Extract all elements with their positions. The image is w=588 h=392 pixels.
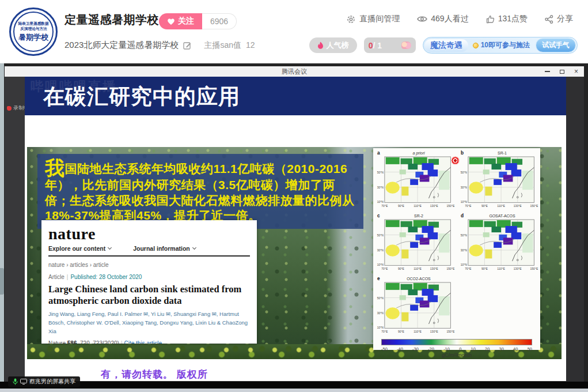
thumbs-up-icon bbox=[486, 15, 495, 24]
svg-text:SR-1: SR-1 bbox=[498, 151, 507, 155]
room-manage-button[interactable]: 直播间管理 bbox=[346, 14, 400, 24]
header-stats: 直播间管理 469人看过 131点赞 分享 bbox=[346, 14, 573, 24]
nature-article-meta: Article|Published: 28 October 2020 bbox=[48, 274, 250, 280]
svg-text:150°E: 150°E bbox=[446, 204, 455, 208]
try-luck-button[interactable]: 试试手气 bbox=[536, 38, 576, 52]
meeting-titlebar: 腾讯会议 × bbox=[5, 66, 584, 77]
svg-text:70°E: 70°E bbox=[381, 204, 388, 208]
carbon-flux-map: c SR-2 50°N 30 bbox=[373, 212, 457, 275]
presentation-slide: 哔哩哔哩直播 在碳汇研究中的应用 我国陆地生态系统年均吸收约11.1亿吨碳（20… bbox=[25, 77, 566, 381]
svg-text:130°E: 130°E bbox=[514, 267, 522, 270]
svg-text:150°E: 150°E bbox=[530, 204, 538, 208]
svg-text:50°N: 50°N bbox=[461, 171, 468, 174]
colorbar-unit: gC/m²/month bbox=[381, 352, 532, 358]
follow-button[interactable]: 关注 bbox=[159, 13, 202, 29]
recording-icon bbox=[7, 106, 12, 111]
svg-text:110°E: 110°E bbox=[497, 204, 505, 208]
svg-text:70°E: 70°E bbox=[465, 267, 472, 270]
live-stream-page: 陆表卫星遥感数据 反演理论与方法 暑期学校 定量遥感暑期学校 关注 6906 直… bbox=[0, 0, 588, 392]
share-button[interactable]: 分享 bbox=[545, 14, 573, 24]
heart-icon bbox=[167, 18, 175, 25]
svg-text:90°E: 90°E bbox=[481, 267, 488, 270]
nature-nav-explore: Explore our content bbox=[48, 245, 111, 252]
svg-text:a: a bbox=[377, 150, 380, 156]
svg-text:30°N: 30°N bbox=[461, 248, 468, 252]
svg-text:90°E: 90°E bbox=[398, 204, 405, 208]
svg-text:30°N: 30°N bbox=[377, 311, 384, 315]
room-manage-label: 直播间管理 bbox=[359, 14, 400, 24]
svg-text:150°E: 150°E bbox=[446, 267, 455, 270]
meeting-window-title: 腾讯会议 bbox=[5, 67, 584, 76]
figure-grid: a a priori 50°N bbox=[373, 149, 540, 338]
nature-article-card: nature Explore our content Journal infor… bbox=[41, 220, 257, 344]
live-video-stage[interactable]: 腾讯会议 × 录制中 哔哩哔哩直播 在碳汇研究中的应用 我国陆地生态系统年 bbox=[0, 63, 588, 392]
avatar-logo: 陆表卫星遥感数据 反演理论与方法 暑期学校 bbox=[13, 12, 54, 52]
magic-event-title: 魔法奇遇 bbox=[424, 39, 468, 52]
header-pill-row: 人气榜 0/ 1 魔法奇遇 10即可参与施法 试试手气 bbox=[309, 37, 578, 54]
room-title: 定量遥感暑期学校 bbox=[65, 12, 159, 28]
like-count-label: 131点赞 bbox=[498, 14, 528, 24]
svg-text:10°N: 10°N bbox=[461, 263, 468, 266]
slide-title: 在碳汇研究中的应用 bbox=[43, 82, 240, 111]
svg-text:130°E: 130°E bbox=[430, 267, 439, 270]
svg-text:110°E: 110°E bbox=[414, 330, 422, 333]
carbon-flux-map: d GOSAT-ACOS 50°N bbox=[457, 212, 540, 275]
follower-count[interactable]: 6906 bbox=[202, 13, 237, 29]
svg-text:10°N: 10°N bbox=[377, 263, 384, 266]
viewer-count-label: 469人看过 bbox=[431, 14, 468, 24]
magic-event-capsule[interactable]: 魔法奇遇 10即可参与施法 试试手气 bbox=[423, 37, 578, 54]
edit-icon[interactable] bbox=[183, 42, 191, 50]
svg-text:SR-2: SR-2 bbox=[414, 214, 423, 218]
svg-text:70°E: 70°E bbox=[465, 204, 472, 208]
popularity-rank-label: 人气榜 bbox=[327, 40, 349, 51]
sidebar-collapse-handle[interactable] bbox=[0, 268, 4, 295]
microphone-icon bbox=[13, 378, 18, 385]
magic-event-desc-row: 10即可参与施法 bbox=[473, 40, 530, 50]
tencent-meeting-window: 腾讯会议 × 录制中 哔哩哔哩直播 在碳汇研究中的应用 我国陆地生态系统年 bbox=[5, 66, 584, 388]
svg-text:90°E: 90°E bbox=[398, 330, 405, 333]
popularity-rank-pill[interactable]: 人气榜 bbox=[309, 37, 357, 53]
svg-text:10°N: 10°N bbox=[377, 326, 384, 329]
svg-text:30°N: 30°N bbox=[377, 186, 384, 189]
svg-text:110°E: 110°E bbox=[497, 267, 505, 270]
share-label: 分享 bbox=[557, 14, 573, 24]
eye-icon bbox=[417, 16, 427, 22]
svg-text:OCO2-ACOS: OCO2-ACOS bbox=[407, 277, 431, 281]
nature-citation: Nature 586, 720–723(2020)|Cite this arti… bbox=[48, 340, 250, 344]
svg-text:130°E: 130°E bbox=[430, 204, 439, 208]
viewer-count: 469人看过 bbox=[417, 14, 468, 24]
svg-text:70°E: 70°E bbox=[381, 267, 388, 270]
chevron-down-icon bbox=[108, 246, 112, 250]
key-findings-text: 我国陆地生态系统年均吸收约11.1亿吨碳（2010-2016年），比先前国内外研… bbox=[37, 154, 363, 229]
nature-article-authors: Jing Wang, Liang Feng, Paul I. Palmer ✉,… bbox=[48, 310, 250, 336]
svg-text:110°E: 110°E bbox=[414, 204, 422, 208]
bottom-black-bar bbox=[0, 382, 588, 389]
svg-text:70°E: 70°E bbox=[381, 330, 388, 333]
svg-text:a priori: a priori bbox=[412, 151, 425, 156]
like-button[interactable]: 131点赞 bbox=[486, 14, 528, 24]
colorbar-block: -50-40-30-20-1001020304050 gC/m²/month bbox=[373, 338, 540, 358]
streamer-avatar[interactable]: 陆表卫星遥感数据 反演理论与方法 暑期学校 bbox=[9, 7, 58, 56]
copyright-marquee: 有，请勿转载。 版权所 bbox=[101, 368, 208, 381]
svg-text:90°E: 90°E bbox=[481, 204, 488, 208]
close-icon: × bbox=[574, 68, 578, 75]
svg-text:10°N: 10°N bbox=[377, 200, 384, 203]
colorbar-gradient bbox=[381, 339, 532, 345]
maximize-icon bbox=[560, 70, 564, 74]
left-edge-strip bbox=[0, 63, 4, 392]
carbon-flux-map: e OCO2-ACOS 50°N bbox=[373, 275, 457, 338]
screen-share-indicator: 蔡兆男的屏幕共享 bbox=[8, 376, 80, 387]
gift-progress-pill[interactable]: 0/ 1 bbox=[364, 37, 416, 53]
nature-logo: nature bbox=[48, 225, 250, 243]
screen-share-label: 蔡兆男的屏幕共享 bbox=[29, 378, 75, 386]
laser-pointer-dot bbox=[451, 156, 460, 165]
nature-article-title: Large Chinese land carbon sink estimated… bbox=[48, 284, 250, 307]
cite-this-article-link: Cite this article bbox=[124, 340, 162, 344]
window-controls: × bbox=[545, 66, 578, 77]
avatar-text-line2: 反演理论与方法 bbox=[20, 27, 47, 31]
svg-text:90°E: 90°E bbox=[398, 267, 405, 270]
carbon-flux-map: a a priori 50°N bbox=[373, 149, 457, 212]
svg-text:150°E: 150°E bbox=[530, 267, 538, 270]
svg-text:50°N: 50°N bbox=[377, 296, 384, 300]
bottom-light-strip bbox=[0, 389, 588, 392]
